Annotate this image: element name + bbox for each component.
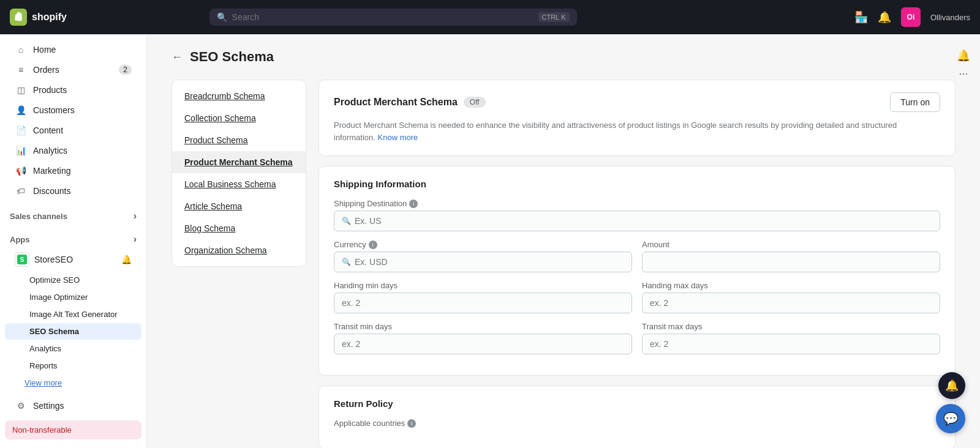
orders-badge: 2 bbox=[119, 65, 132, 75]
transit-min-input[interactable] bbox=[342, 339, 624, 349]
marketing-label: Marketing bbox=[33, 166, 70, 176]
currency-input-wrapper[interactable]: 🔍 bbox=[334, 252, 632, 272]
handling-max-group: Handing max days bbox=[642, 281, 940, 313]
transit-max-group: Transit max days bbox=[642, 322, 940, 354]
amount-group: Amount bbox=[642, 240, 940, 272]
sidebar-item-home[interactable]: ⌂ Home bbox=[5, 40, 141, 59]
non-transferable-badge: Non-transferable bbox=[5, 420, 141, 439]
handling-max-input-wrapper[interactable] bbox=[642, 293, 940, 313]
optimize-seo-label: Optimize SEO bbox=[29, 275, 80, 285]
avatar[interactable]: Oi bbox=[901, 7, 921, 27]
amount-input-wrapper[interactable] bbox=[642, 252, 940, 272]
handling-min-input-wrapper[interactable] bbox=[334, 293, 632, 313]
k-label: K bbox=[561, 13, 565, 21]
schema-nav-blog[interactable]: Blog Schema bbox=[172, 217, 306, 239]
bell-icon[interactable]: 🔔 bbox=[878, 10, 891, 24]
schema-nav-collection[interactable]: Collection Schema bbox=[172, 107, 306, 129]
shopify-text: shopify bbox=[32, 12, 67, 23]
sidebar-item-customers[interactable]: 👤 Customers bbox=[5, 100, 141, 120]
storeseo-bell-icon[interactable]: 🔔 bbox=[121, 255, 132, 264]
ctrl-label: CTRL bbox=[542, 13, 560, 21]
sub-item-image-optimizer[interactable]: Image Optimizer bbox=[5, 289, 141, 305]
content-icon: 📄 bbox=[15, 125, 27, 135]
sidebar-item-content[interactable]: 📄 Content bbox=[5, 121, 141, 140]
marketing-icon: 📢 bbox=[15, 166, 27, 176]
schema-nav-product-merchant[interactable]: Product Merchant Schema bbox=[172, 151, 306, 173]
sidebar-item-discounts[interactable]: 🏷 Discounts bbox=[5, 181, 141, 201]
layout: ⌂ Home ≡ Orders 2 ◫ Products 👤 Customers… bbox=[0, 34, 980, 448]
sub-item-seo-schema[interactable]: SEO Schema bbox=[5, 323, 141, 340]
sub-item-optimize-seo[interactable]: Optimize SEO bbox=[5, 272, 141, 288]
search-icon: 🔍 bbox=[217, 12, 227, 22]
sidebar-item-marketing[interactable]: 📢 Marketing bbox=[5, 161, 141, 181]
shipping-destination-input-wrapper[interactable]: 🔍 bbox=[334, 211, 940, 231]
page-right-icons: 🔔 ··· bbox=[957, 49, 970, 80]
sub-item-image-alt-text[interactable]: Image Alt Text Generator bbox=[5, 306, 141, 323]
sub-item-analytics[interactable]: Analytics bbox=[5, 340, 141, 357]
page-header: ← SEO Schema bbox=[172, 49, 956, 65]
schema-nav-local-business[interactable]: Local Business Schema bbox=[172, 173, 306, 195]
applicable-countries-group: Applicable countries i bbox=[334, 419, 940, 428]
content-area: Breadcrumb Schema Collection Schema Prod… bbox=[172, 80, 956, 448]
currency-label: Currency i bbox=[334, 240, 632, 249]
view-more-link[interactable]: View more bbox=[0, 375, 146, 391]
page-more-icon[interactable]: ··· bbox=[959, 67, 968, 80]
sales-channels-header[interactable]: Sales channels › bbox=[0, 206, 146, 224]
settings-icon: ⚙ bbox=[15, 401, 27, 411]
top-nav: shopify 🔍 CTRL K 🏪 🔔 Oi Ollivanders bbox=[0, 0, 980, 34]
handling-max-input[interactable] bbox=[650, 298, 932, 308]
page-bell-icon[interactable]: 🔔 bbox=[957, 49, 970, 62]
applicable-countries-info-icon: i bbox=[407, 419, 416, 428]
return-policy-title: Return Policy bbox=[334, 398, 940, 409]
status-badge: Off bbox=[464, 97, 486, 108]
card-description: Product Merchant Schema is needed to enh… bbox=[334, 119, 940, 143]
schema-nav-organization[interactable]: Organization Schema bbox=[172, 239, 306, 261]
sidebar-item-analytics[interactable]: 📊 Analytics bbox=[5, 141, 141, 160]
card-title: Product Merchant Schema bbox=[334, 97, 458, 108]
transit-max-input[interactable] bbox=[650, 339, 932, 349]
back-button[interactable]: ← bbox=[172, 51, 183, 64]
discounts-label: Discounts bbox=[33, 186, 70, 196]
apps-header[interactable]: Apps › bbox=[0, 229, 146, 247]
sidebar-item-products[interactable]: ◫ Products bbox=[5, 80, 141, 100]
sidebar: ⌂ Home ≡ Orders 2 ◫ Products 👤 Customers… bbox=[0, 34, 147, 448]
amount-input[interactable] bbox=[650, 257, 932, 267]
sidebar-item-settings[interactable]: ⚙ Settings bbox=[5, 396, 141, 416]
support-fab[interactable]: 💬 bbox=[936, 404, 965, 433]
shipping-destination-input[interactable] bbox=[355, 216, 932, 226]
schema-content: Product Merchant Schema Off Turn on Prod… bbox=[318, 80, 956, 448]
shipping-destination-row: Shipping Destination i 🔍 bbox=[334, 199, 940, 231]
sidebar-item-orders[interactable]: ≡ Orders 2 bbox=[5, 60, 141, 80]
applicable-countries-row: Applicable countries i bbox=[334, 419, 940, 428]
sidebar-app-storeseo[interactable]: S StoreSEO 🔔 bbox=[5, 248, 141, 271]
sales-channels-label: Sales channels bbox=[10, 212, 67, 221]
username: Ollivanders bbox=[930, 13, 970, 22]
sub-item-reports[interactable]: Reports bbox=[5, 357, 141, 374]
shopify-logo[interactable]: shopify bbox=[10, 9, 67, 26]
page-title: SEO Schema bbox=[190, 49, 274, 65]
orders-icon: ≡ bbox=[15, 65, 27, 75]
schema-nav-article[interactable]: Article Schema bbox=[172, 195, 306, 217]
transit-min-input-wrapper[interactable] bbox=[334, 334, 632, 354]
currency-input[interactable] bbox=[355, 257, 624, 267]
handling-min-input[interactable] bbox=[342, 298, 624, 308]
search-bar[interactable]: 🔍 CTRL K bbox=[209, 9, 577, 26]
search-input[interactable] bbox=[232, 12, 533, 22]
notification-fab[interactable]: 🔔 bbox=[938, 372, 965, 399]
turn-on-button[interactable]: Turn on bbox=[890, 92, 940, 112]
customers-icon: 👤 bbox=[15, 105, 27, 115]
transit-max-input-wrapper[interactable] bbox=[642, 334, 940, 354]
store-icon[interactable]: 🏪 bbox=[854, 10, 868, 24]
currency-group: Currency i 🔍 bbox=[334, 240, 632, 272]
transit-min-group: Transit min days bbox=[334, 322, 632, 354]
schema-nav-breadcrumb[interactable]: Breadcrumb Schema bbox=[172, 85, 306, 107]
handling-min-group: Handing min days bbox=[334, 281, 632, 313]
home-label: Home bbox=[33, 45, 56, 54]
schema-nav-product[interactable]: Product Schema bbox=[172, 129, 306, 151]
reports-label: Reports bbox=[29, 361, 58, 370]
know-more-link[interactable]: Know more bbox=[378, 133, 418, 142]
image-optimizer-label: Image Optimizer bbox=[29, 293, 88, 302]
orders-label: Orders bbox=[33, 65, 59, 75]
applicable-countries-label: Applicable countries i bbox=[334, 419, 940, 428]
currency-amount-row: Currency i 🔍 Amount bbox=[334, 240, 940, 272]
